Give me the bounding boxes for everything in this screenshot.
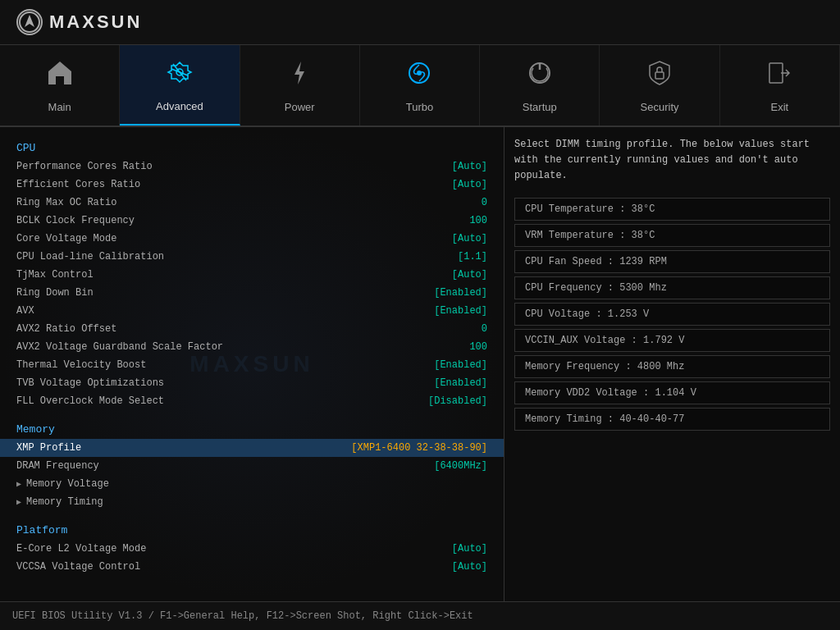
svg-line-4 [171, 69, 188, 75]
menu-item-perf-cores[interactable]: Performance Cores Ratio [Auto] [0, 158, 504, 176]
logo-icon [16, 9, 43, 35]
nav-item-exit[interactable]: Exit [720, 45, 840, 126]
nav-label-security: Security [641, 101, 679, 113]
nav-label-power: Power [285, 101, 315, 113]
left-panel-scroll[interactable]: CPU Performance Cores Ratio [Auto] Effic… [0, 127, 504, 601]
menu-item-fll[interactable]: FLL Overclock Mode Select [Disabled] [0, 392, 504, 410]
nav-item-turbo[interactable]: Turbo [360, 45, 480, 126]
status-cpu-voltage: CPU Voltage : 1.253 V [514, 303, 830, 326]
menu-item-dram-freq[interactable]: DRAM Frequency [6400MHz] [0, 457, 504, 475]
logo-text: MAXSUN [49, 11, 142, 33]
svg-rect-10 [655, 72, 664, 79]
nav-item-power[interactable]: Power [240, 45, 360, 126]
content-area: MAXSUN CPU Performance Cores Ratio [Auto… [0, 127, 840, 601]
status-mem-vdd2: Memory VDD2 Voltage : 1.104 V [514, 381, 830, 404]
menu-item-eff-cores[interactable]: Efficient Cores Ratio [Auto] [0, 176, 504, 194]
menu-item-ring-max[interactable]: Ring Max OC Ratio 0 [0, 194, 504, 212]
nav-label-advanced: Advanced [156, 100, 203, 112]
menu-item-avx2-voltage[interactable]: AVX2 Voltage Guardband Scale Factor 100 [0, 338, 504, 356]
nav-label-startup: Startup [523, 101, 557, 113]
header: MAXSUN [0, 0, 840, 45]
svg-marker-1 [25, 15, 34, 27]
security-icon [645, 58, 674, 96]
advanced-icon [165, 57, 194, 95]
nav-item-startup[interactable]: Startup [480, 45, 600, 126]
turbo-icon [404, 58, 434, 96]
status-mem-timing: Memory Timing : 40-40-40-77 [514, 408, 830, 431]
nav-label-exit: Exit [770, 101, 788, 113]
help-text: Select DIMM timing profile. The below va… [514, 137, 830, 185]
svg-marker-5 [294, 62, 304, 84]
right-panel: Select DIMM timing profile. The below va… [504, 127, 840, 601]
status-mem-freq: Memory Frequency : 4800 Mhz [514, 355, 830, 378]
nav-label-main: Main [48, 101, 71, 113]
exit-icon [765, 58, 794, 96]
menu-item-tvb[interactable]: Thermal Velocity Boost [Enabled] [0, 356, 504, 374]
status-vccin: VCCIN_AUX Voltage : 1.792 V [514, 329, 830, 352]
bottom-bar: UEFI BIOS Utility V1.3 / F1->General Hel… [0, 601, 840, 630]
menu-item-tvb-voltage[interactable]: TVB Voltage Optimizations [Enabled] [0, 374, 504, 392]
section-cpu: CPU [0, 135, 504, 158]
menu-item-ecore-l2[interactable]: E-Core L2 Voltage Mode [Auto] [0, 540, 504, 558]
menu-item-mem-timing[interactable]: ▶ Memory Timing [0, 493, 504, 511]
menu-item-ring-down[interactable]: Ring Down Bin [Enabled] [0, 284, 504, 302]
menu-item-mem-voltage[interactable]: ▶ Memory Voltage [0, 475, 504, 493]
menu-item-tjmax[interactable]: TjMax Control [Auto] [0, 266, 504, 284]
menu-item-avx[interactable]: AVX [Enabled] [0, 302, 504, 320]
menu-item-xmp[interactable]: XMP Profile [XMP1-6400 32-38-38-90] [0, 439, 504, 457]
status-cpu-temp: CPU Temperature : 38°C [514, 198, 830, 221]
menu-item-bclk[interactable]: BCLK Clock Frequency 100 [0, 212, 504, 230]
logo-area: MAXSUN [16, 9, 142, 35]
power-icon [285, 58, 314, 96]
nav-item-advanced[interactable]: Advanced [120, 45, 240, 126]
status-vrm-temp: VRM Temperature : 38°C [514, 224, 830, 247]
left-panel: MAXSUN CPU Performance Cores Ratio [Auto… [0, 127, 504, 601]
menu-item-avx2-ratio[interactable]: AVX2 Ratio Offset 0 [0, 320, 504, 338]
main-icon [45, 58, 75, 96]
section-memory: Memory [0, 417, 504, 439]
menu-item-cpu-llc[interactable]: CPU Load-line Calibration [1.1] [0, 248, 504, 266]
submenu-arrow-1: ▶ [16, 479, 21, 489]
nav-item-security[interactable]: Security [600, 45, 719, 126]
startup-icon [525, 58, 555, 96]
nav-label-turbo: Turbo [406, 101, 433, 113]
menu-item-vccsa[interactable]: VCCSA Voltage Control [Auto] [0, 558, 504, 576]
status-cpu-fan: CPU Fan Speed : 1239 RPM [514, 250, 830, 273]
svg-rect-11 [769, 63, 783, 83]
status-cpu-freq: CPU Frequency : 5300 Mhz [514, 276, 830, 299]
submenu-arrow-2: ▶ [16, 497, 21, 507]
section-platform: Platform [0, 518, 504, 540]
svg-point-7 [417, 71, 422, 75]
bottom-text: UEFI BIOS Utility V1.3 / F1->General Hel… [12, 610, 473, 622]
nav-item-main[interactable]: Main [0, 45, 120, 126]
menu-item-core-voltage[interactable]: Core Voltage Mode [Auto] [0, 230, 504, 248]
nav-bar: Main Advanced Power [0, 45, 840, 127]
